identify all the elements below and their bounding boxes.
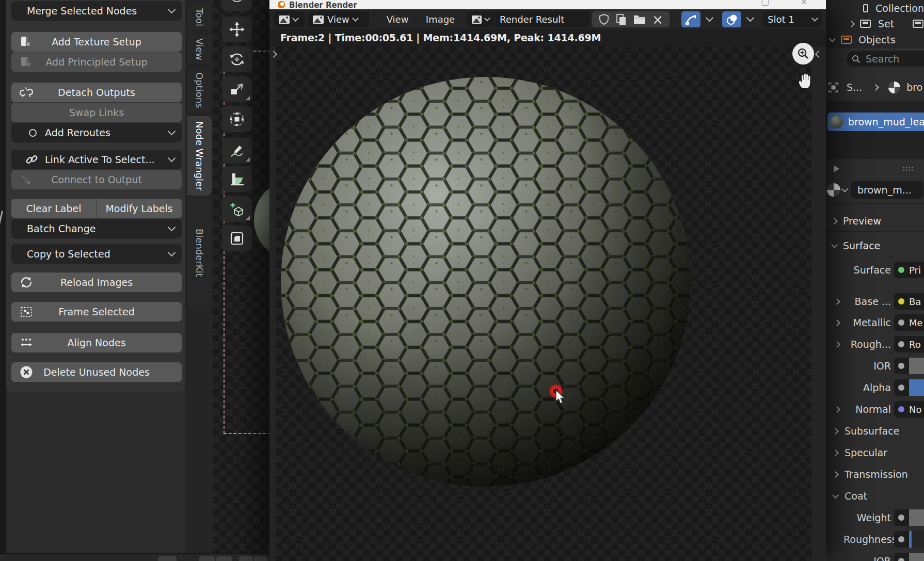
coat-weight-slider[interactable] bbox=[894, 509, 924, 526]
zoom-in-button[interactable] bbox=[792, 43, 814, 65]
rotate-tool-button[interactable] bbox=[222, 46, 252, 72]
outliner-row-collection[interactable]: Collection bbox=[826, 1, 924, 16]
open-sidebar-arrow[interactable] bbox=[816, 49, 821, 59]
delete-unused-nodes-button[interactable]: Delete Unused Nodes bbox=[11, 362, 182, 382]
move-tool-button[interactable] bbox=[222, 17, 252, 42]
tab-options[interactable]: Options bbox=[187, 67, 212, 114]
expand-triangle-icon[interactable] bbox=[834, 165, 839, 172]
image-name-field[interactable]: Render Result bbox=[495, 11, 590, 27]
copy-to-selected-button[interactable]: Copy to Selected bbox=[11, 244, 182, 264]
modify-labels-label: Modify Labels bbox=[105, 203, 172, 214]
overlays-toggle-button[interactable] bbox=[722, 11, 741, 27]
search-icon bbox=[852, 55, 861, 63]
clear-label-button[interactable]: Clear Label bbox=[11, 199, 97, 218]
subsurface-section-header[interactable]: Subsurface bbox=[826, 422, 924, 440]
ior-slider[interactable] bbox=[894, 358, 924, 374]
footer-button-fragment[interactable] bbox=[199, 556, 215, 561]
outliner-row-objects[interactable]: Objects bbox=[826, 32, 924, 47]
chevron-down-icon[interactable] bbox=[841, 186, 848, 193]
preview-panel-header[interactable]: Preview bbox=[826, 213, 924, 229]
surface-panel-header[interactable]: Surface bbox=[826, 237, 924, 254]
material-name-field[interactable]: brown_m... bbox=[851, 181, 923, 199]
slot-dropdown[interactable]: Slot 1 bbox=[763, 11, 822, 27]
breadcrumb-material[interactable]: bro bbox=[906, 82, 922, 93]
measure-tool-button[interactable] bbox=[222, 166, 252, 192]
gizmo-toggle-button[interactable] bbox=[681, 11, 700, 27]
chevron-down-icon[interactable] bbox=[746, 14, 755, 22]
move-icon bbox=[229, 22, 245, 37]
resize-grip-icon[interactable] bbox=[902, 166, 914, 171]
tab-tool[interactable]: Tool bbox=[187, 3, 212, 31]
copy-icon[interactable] bbox=[616, 13, 627, 26]
collection-icon bbox=[860, 20, 871, 28]
reload-images-button[interactable]: Reload Images bbox=[11, 273, 182, 292]
footer-button-fragment[interactable] bbox=[254, 556, 268, 561]
specular-section-header[interactable]: Specular bbox=[826, 444, 924, 461]
transmission-section-header[interactable]: Transmission bbox=[826, 466, 924, 483]
roughness-value-button[interactable]: Ro bbox=[894, 336, 924, 352]
tab-view[interactable]: View bbox=[187, 33, 212, 65]
outliner-row-set[interactable]: Set bbox=[826, 16, 924, 31]
material-icon[interactable] bbox=[827, 183, 840, 197]
value-socket-icon bbox=[898, 384, 905, 391]
image-icon bbox=[313, 15, 324, 24]
expand-arrow-icon[interactable] bbox=[834, 341, 840, 348]
display-mode-dropdown[interactable]: View bbox=[308, 11, 369, 27]
open-toolbar-arrow[interactable] bbox=[271, 49, 276, 59]
folder-icon[interactable] bbox=[633, 14, 646, 25]
pan-hand-icon[interactable] bbox=[796, 71, 815, 90]
chevron-down-icon[interactable] bbox=[706, 14, 714, 22]
collapse-arrow-icon[interactable] bbox=[829, 36, 836, 42]
metallic-value-button[interactable]: Me bbox=[894, 314, 924, 331]
tab-blenderkit[interactable]: BlenderKit bbox=[187, 198, 212, 308]
collection-icon bbox=[863, 4, 868, 12]
menu-view[interactable]: View bbox=[382, 11, 413, 27]
window-titlebar[interactable]: Blender Render ▢ × bbox=[269, 0, 826, 9]
ior-property-row: IOR bbox=[826, 357, 924, 375]
breadcrumb-object[interactable]: S... bbox=[847, 82, 862, 93]
coat-ior-slider[interactable] bbox=[894, 553, 924, 561]
add-cube-tool-button[interactable] bbox=[222, 196, 252, 222]
footer-button-fragment[interactable] bbox=[216, 556, 232, 561]
tab-node-wrangler[interactable]: Node Wrangler bbox=[187, 116, 212, 196]
annotate-tool-button[interactable] bbox=[222, 138, 252, 164]
frame-selected-button[interactable]: Frame Selected bbox=[11, 302, 182, 322]
transform-tool-button[interactable] bbox=[222, 106, 252, 132]
modify-labels-button[interactable]: Modify Labels bbox=[97, 199, 182, 218]
link-active-to-selected-button[interactable]: Link Active To Select... bbox=[11, 150, 182, 169]
value-socket-icon bbox=[898, 514, 905, 521]
coat-section-header[interactable]: Coat bbox=[826, 487, 924, 505]
base-color-value-button[interactable]: Ba bbox=[894, 293, 924, 310]
footer-button-fragment[interactable] bbox=[158, 556, 177, 561]
align-nodes-button[interactable]: Align Nodes bbox=[11, 333, 182, 352]
shield-icon[interactable] bbox=[598, 13, 610, 26]
merge-selected-nodes-button[interactable]: Merge Selected Nodes bbox=[11, 1, 182, 21]
surface-value-button[interactable]: Pri bbox=[894, 262, 924, 278]
unlink-x-icon[interactable]: × bbox=[652, 14, 663, 25]
normal-value-button[interactable]: No bbox=[894, 401, 924, 418]
scale-tool-button[interactable] bbox=[222, 76, 252, 102]
expand-arrow-icon[interactable] bbox=[834, 319, 840, 326]
node-wrangler-panel: Merge Selected Nodes Add Texture Setup A… bbox=[6, 0, 185, 553]
render-view-area[interactable] bbox=[276, 46, 811, 561]
material-slot-selected[interactable]: brown_mud_lea bbox=[827, 113, 924, 131]
coat-roughness-slider[interactable] bbox=[894, 531, 924, 548]
properties-search[interactable] bbox=[847, 51, 924, 67]
menu-image[interactable]: Image bbox=[421, 11, 459, 27]
editor-type-button[interactable] bbox=[274, 11, 305, 27]
tweak-tool-button[interactable] bbox=[222, 0, 252, 11]
image-browse-dropdown[interactable] bbox=[467, 11, 494, 27]
detach-outputs-button[interactable]: Detach Outputs bbox=[11, 83, 182, 102]
add-texture-setup-button[interactable]: Add Texture Setup bbox=[11, 32, 182, 52]
search-input[interactable] bbox=[865, 53, 923, 65]
footer-button-fragment[interactable] bbox=[239, 556, 253, 561]
alpha-slider[interactable] bbox=[894, 379, 924, 396]
add-reroutes-button[interactable]: Add Reroutes bbox=[11, 123, 182, 142]
expand-arrow-icon[interactable] bbox=[834, 298, 840, 305]
maximize-icon[interactable]: ▢ bbox=[761, 0, 769, 7]
expand-arrow-icon[interactable] bbox=[848, 21, 855, 27]
extrude-tool-button[interactable] bbox=[222, 226, 252, 251]
close-icon[interactable]: × bbox=[800, 0, 807, 7]
batch-change-button[interactable]: Batch Change bbox=[11, 219, 182, 238]
expand-arrow-icon[interactable] bbox=[834, 406, 840, 413]
